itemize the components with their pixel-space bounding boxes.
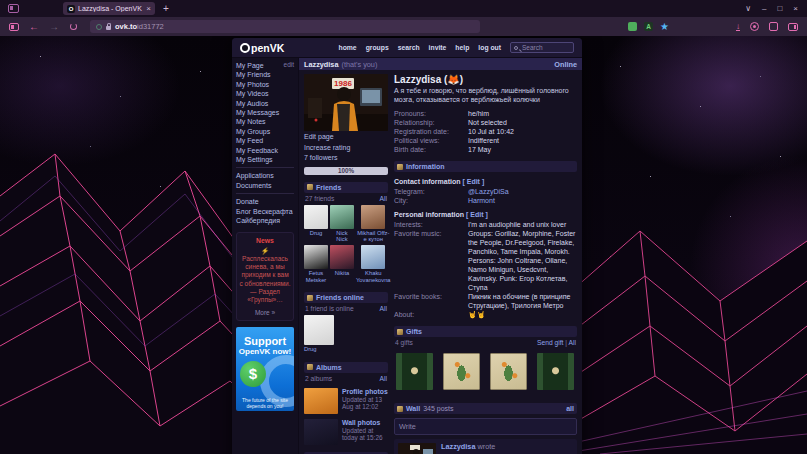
header-nav-link[interactable]: log out xyxy=(478,44,501,51)
sidebar-toggle-icon[interactable] xyxy=(9,23,19,31)
gifts-all-link[interactable]: All xyxy=(569,339,576,346)
friend-avatar[interactable] xyxy=(304,245,328,269)
header-nav-link[interactable]: groups xyxy=(366,44,389,51)
reload-button[interactable] xyxy=(70,23,77,30)
friend-name[interactable]: Nikita xyxy=(330,269,354,276)
menu-item[interactable]: My Audios xyxy=(236,99,294,108)
menu-item[interactable]: My Videos xyxy=(236,89,294,98)
wall-all-link[interactable]: all xyxy=(566,405,574,412)
menu-item[interactable]: My Settings xyxy=(236,155,294,164)
friends-online-count: 1 friend is online xyxy=(305,305,354,312)
gift-image[interactable] xyxy=(396,353,433,390)
friends-all-link[interactable]: All xyxy=(380,195,387,202)
personal-edit-link[interactable]: [ Edit ] xyxy=(466,211,488,218)
friend-tile[interactable]: Nikita xyxy=(330,245,354,285)
translate-extension-icon[interactable]: A xyxy=(644,22,653,31)
tab-close-icon[interactable]: × xyxy=(146,5,151,13)
menu-edit-link[interactable]: edit xyxy=(284,61,294,68)
menu-item[interactable]: Donate xyxy=(236,197,294,206)
album-thumbnail[interactable] xyxy=(304,388,338,414)
friend-tile[interactable]: Drug xyxy=(304,205,328,245)
friend-tile[interactable]: Drug xyxy=(304,315,388,354)
back-button[interactable]: ← xyxy=(29,22,39,32)
album-name[interactable]: Profile photos xyxy=(342,388,388,396)
friend-name[interactable]: Mikhail Offz-e кутон xyxy=(356,229,391,243)
menu-item[interactable]: My Friends xyxy=(236,70,294,79)
tab-list-chevron-icon[interactable]: ∨ xyxy=(745,4,751,13)
friend-avatar[interactable] xyxy=(361,205,385,229)
menu-item[interactable]: My Notes xyxy=(236,117,294,126)
profile-field-row: Registration date: 10 Jul at 10:42 xyxy=(394,127,577,136)
post-author-link[interactable]: Lazzydisa xyxy=(441,442,475,451)
menu-item[interactable]: My Feedback xyxy=(236,146,294,155)
send-gift-link[interactable]: Send gift xyxy=(537,339,563,346)
support-openvk-banner[interactable]: Support OpenVK now! $ The future of the … xyxy=(236,327,294,411)
extension-icon[interactable] xyxy=(628,22,637,31)
forward-button[interactable]: → xyxy=(49,22,59,32)
header-search[interactable] xyxy=(510,42,574,53)
new-tab-button[interactable]: + xyxy=(163,4,169,14)
profile-status[interactable]: А я тебе и говорю, что верблюд, лишённый… xyxy=(394,87,577,109)
menu-item[interactable]: Applications xyxy=(236,171,294,180)
header-nav-link[interactable]: search xyxy=(398,44,420,51)
friend-name[interactable]: Nick Nick xyxy=(330,229,354,243)
friend-avatar[interactable] xyxy=(330,245,354,269)
friend-name[interactable]: Khaku Yovanekovna xyxy=(356,269,391,283)
albums-all-link[interactable]: All xyxy=(380,375,387,382)
header-nav-link[interactable]: invite xyxy=(429,44,447,51)
url-bar[interactable]: ovk.toid31772 xyxy=(90,20,480,33)
album-item[interactable]: Profile photos Updated at 13 Aug at 12:0… xyxy=(304,388,388,414)
menu-item[interactable]: Блог Вескерафта xyxy=(236,207,294,216)
albums-header: Albums xyxy=(304,362,388,373)
album-thumbnail[interactable] xyxy=(304,419,338,445)
header-nav-link[interactable]: help xyxy=(455,44,469,51)
profile-field-row: Pronouns: he/him xyxy=(394,109,577,118)
extensions-button[interactable] xyxy=(769,22,778,31)
downloads-button[interactable]: ↓ xyxy=(736,23,740,31)
browser-tab[interactable]: O Lazzydisa - OpenVK × xyxy=(63,2,155,15)
friend-name[interactable]: Drug xyxy=(304,229,328,236)
openvk-logo[interactable]: penVK xyxy=(240,42,284,54)
album-item[interactable]: Wall photos Updated at today at 15:26 xyxy=(304,419,388,445)
friends-online-all-link[interactable]: All xyxy=(380,305,387,312)
header-nav-link[interactable]: home xyxy=(338,44,356,51)
menu-item[interactable]: My Photos xyxy=(236,80,294,89)
friend-avatar[interactable] xyxy=(304,315,334,345)
menu-item[interactable]: Documents xyxy=(236,181,294,190)
account-icon[interactable] xyxy=(750,22,759,31)
window-minimize-button[interactable]: – xyxy=(762,4,766,13)
menu-item[interactable]: My Messages xyxy=(236,108,294,117)
window-close-button[interactable]: × xyxy=(793,4,798,13)
lock-icon[interactable] xyxy=(106,26,111,30)
followers-link[interactable]: 7 followers xyxy=(304,153,388,163)
friend-name[interactable]: Drug xyxy=(304,345,388,352)
friend-avatar[interactable] xyxy=(330,205,354,229)
friend-avatar[interactable] xyxy=(361,245,385,269)
profile-avatar[interactable]: 1986 xyxy=(304,74,388,131)
gift-image[interactable] xyxy=(490,353,527,390)
window-maximize-button[interactable]: □ xyxy=(777,4,782,13)
star-extension-icon[interactable]: ★ xyxy=(660,22,669,32)
permissions-icon[interactable] xyxy=(96,24,102,30)
firefox-view-icon[interactable] xyxy=(8,4,19,13)
menu-item[interactable]: My Feed xyxy=(236,136,294,145)
menu-item[interactable]: Сайберпедия xyxy=(236,216,294,225)
contact-edit-link[interactable]: [ Edit ] xyxy=(462,178,484,185)
edit-page-link[interactable]: Edit page xyxy=(304,132,388,142)
menu-item[interactable]: My Groups xyxy=(236,127,294,136)
post-author-avatar[interactable] xyxy=(398,443,436,454)
friend-tile[interactable]: Mikhail Offz-e кутон xyxy=(356,205,391,245)
album-name[interactable]: Wall photos xyxy=(342,419,388,427)
sidebar-right-icon[interactable] xyxy=(788,23,798,31)
friend-tile[interactable]: Khaku Yovanekovna xyxy=(356,245,391,285)
gift-image[interactable] xyxy=(537,353,574,390)
friend-tile[interactable]: Nick Nick xyxy=(330,205,354,245)
increase-rating-link[interactable]: Increase rating xyxy=(304,143,388,153)
friend-name[interactable]: Fetus Metsker xyxy=(304,269,328,283)
gift-image[interactable] xyxy=(443,353,480,390)
wall-write-input[interactable]: Write xyxy=(394,418,577,435)
search-input[interactable] xyxy=(520,43,570,52)
news-more-link[interactable]: More » xyxy=(239,309,291,316)
friend-avatar[interactable] xyxy=(304,205,328,229)
friend-tile[interactable]: Fetus Metsker xyxy=(304,245,328,285)
